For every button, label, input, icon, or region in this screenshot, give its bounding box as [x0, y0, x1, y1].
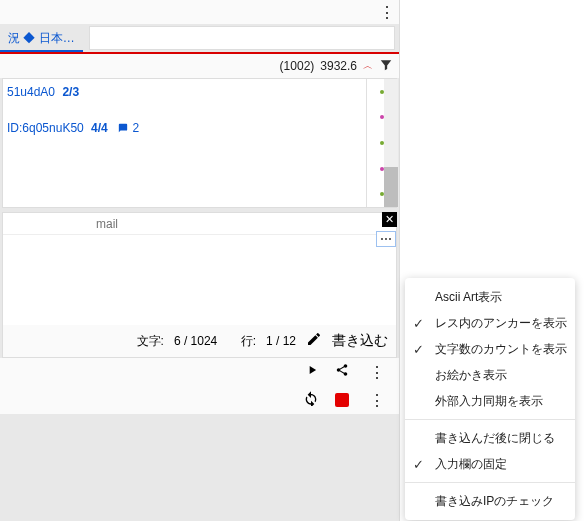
menu-separator: [405, 482, 575, 483]
speed: 3932.6: [320, 59, 357, 73]
menu-item-drawing[interactable]: お絵かき表示: [405, 362, 575, 388]
refresh-icon[interactable]: [303, 390, 319, 410]
post-row[interactable]: 51u4dA0 2/3: [7, 85, 392, 99]
menu-item-ip-check[interactable]: 書き込みIPのチェック: [405, 488, 575, 514]
check-icon: ✓: [413, 316, 424, 331]
char-value: 6 / 1024: [174, 334, 217, 348]
menu-separator: [405, 419, 575, 420]
char-label: 文字:: [137, 333, 164, 350]
tab-area: [89, 26, 395, 50]
post-list: 51u4dA0 2/3 ID:6q05nuK50 4/4 2: [2, 78, 397, 208]
close-icon[interactable]: ✕: [382, 212, 397, 227]
share-icon[interactable]: [335, 363, 349, 381]
check-icon: ✓: [413, 457, 424, 472]
play-icon[interactable]: [305, 363, 319, 381]
kebab-menu-icon[interactable]: ⋮: [365, 363, 389, 382]
kebab-menu-icon[interactable]: ⋮: [375, 3, 399, 22]
menu-item-fix-input[interactable]: ✓入力欄の固定: [405, 451, 575, 477]
compose-textarea[interactable]: [3, 235, 396, 325]
post-row[interactable]: ID:6q05nuK50 4/4 2: [7, 121, 392, 135]
more-options-button[interactable]: ⋯: [376, 231, 396, 247]
thread-stats: (1002)3932.6︿: [0, 54, 399, 78]
record-icon[interactable]: [335, 393, 349, 407]
id-prefix: ID:: [7, 121, 22, 135]
post-ratio: 2/3: [62, 85, 79, 99]
post-ratio: 4/4: [91, 121, 108, 135]
filter-icon[interactable]: [379, 58, 393, 75]
menu-item-show-anchors[interactable]: ✓レス内のアンカーを表示: [405, 310, 575, 336]
context-menu: Ascii Art表示 ✓レス内のアンカーを表示 ✓文字数のカウントを表示 お絵…: [405, 278, 575, 520]
scrollbar-thumb[interactable]: [384, 167, 398, 207]
kebab-menu-icon[interactable]: ⋮: [365, 391, 389, 410]
reply-count: 2: [132, 121, 139, 135]
post-count: (1002): [280, 59, 315, 73]
menu-item-close-after-post[interactable]: 書き込んだ後に閉じる: [405, 425, 575, 451]
compose-area: ✕ ⋯ 文字:6 / 1024 行:1 / 12 書き込む: [2, 212, 397, 358]
reply-icon[interactable]: 2: [117, 121, 139, 135]
thread-tab[interactable]: 況 ◆ 日本…: [0, 24, 83, 52]
mail-input[interactable]: [7, 217, 207, 231]
menu-item-external-sync[interactable]: 外部入力同期を表示: [405, 388, 575, 414]
menu-item-show-char-count[interactable]: ✓文字数のカウントを表示: [405, 336, 575, 362]
poster-id: 6q05nuK50: [22, 121, 83, 135]
submit-button[interactable]: 書き込む: [332, 332, 388, 350]
line-label: 行:: [241, 333, 256, 350]
edit-icon[interactable]: [306, 331, 322, 351]
check-icon: ✓: [413, 342, 424, 357]
menu-item-ascii-art[interactable]: Ascii Art表示: [405, 284, 575, 310]
line-value: 1 / 12: [266, 334, 296, 348]
poster-id: 51u4dA0: [7, 85, 55, 99]
chevron-up-icon[interactable]: ︿: [363, 59, 373, 73]
